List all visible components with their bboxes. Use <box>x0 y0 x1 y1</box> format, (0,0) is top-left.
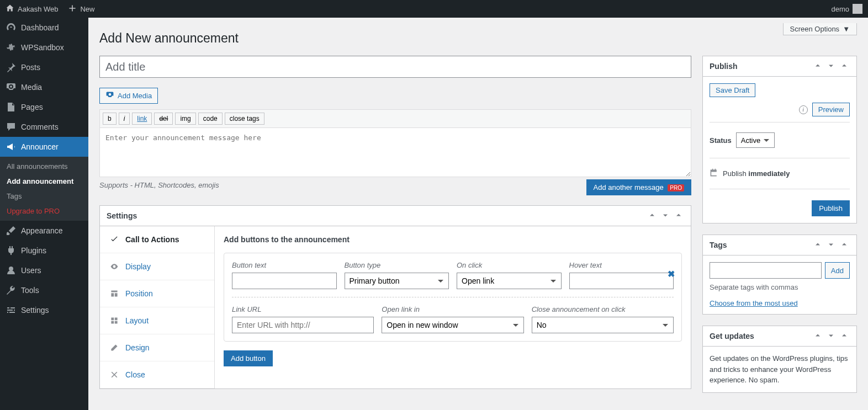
calendar-icon <box>710 168 718 179</box>
move-down-icon[interactable] <box>660 210 671 222</box>
tab-cta[interactable]: Call to Actions <box>100 226 214 253</box>
page-icon <box>6 102 17 113</box>
menu-posts[interactable]: Posts <box>0 57 88 77</box>
add-media-button[interactable]: Add Media <box>99 88 158 104</box>
move-down-icon[interactable] <box>825 330 837 343</box>
admin-sidebar: Dashboard WPSandbox Posts Media Pages Co… <box>0 18 88 410</box>
page-title: Add New announcement <box>99 31 857 46</box>
toggle-icon[interactable] <box>839 60 850 73</box>
hover-text-input[interactable] <box>569 273 674 289</box>
hover-text-label: Hover text <box>569 261 674 269</box>
site-name: Aakash Web <box>18 5 58 13</box>
editor-textarea[interactable] <box>99 127 691 177</box>
plus-icon <box>68 4 77 14</box>
toggle-icon[interactable] <box>839 239 850 252</box>
menu-announcer[interactable]: Announcer <box>0 137 88 157</box>
settings-tabs: Call to Actions Display Position <box>100 226 215 388</box>
menu-wpsandbox[interactable]: WPSandbox <box>0 38 88 57</box>
toggle-icon[interactable] <box>839 330 850 343</box>
menu-tools[interactable]: Tools <box>0 280 88 300</box>
publish-button[interactable]: Publish <box>812 200 850 216</box>
main-content: Screen Options ▼ Add New announcement Ad… <box>88 18 868 410</box>
link-url-input[interactable] <box>232 317 374 333</box>
tab-display[interactable]: Display <box>100 253 214 280</box>
add-button-button[interactable]: Add button <box>224 350 273 366</box>
button-text-input[interactable] <box>232 273 337 289</box>
ed-img[interactable]: img <box>175 113 195 125</box>
updates-postbox: Get updates Get updates on the WordPress… <box>702 326 857 393</box>
title-input[interactable] <box>99 56 691 78</box>
menu-media[interactable]: Media <box>0 77 88 97</box>
menu-appearance[interactable]: Appearance <box>0 221 88 241</box>
open-in-label: Open link in <box>382 305 523 313</box>
remove-button-icon[interactable]: ✖ <box>668 269 675 279</box>
move-up-icon[interactable] <box>812 60 823 73</box>
settings-title: Settings <box>107 206 137 226</box>
gear-icon <box>6 42 17 53</box>
menu-settings[interactable]: Settings <box>0 300 88 320</box>
megaphone-icon <box>6 141 17 152</box>
move-up-icon[interactable] <box>812 330 823 343</box>
status-label: Status <box>710 136 732 145</box>
eye-icon <box>110 262 119 271</box>
pin-icon <box>6 62 17 73</box>
ed-link[interactable]: link <box>132 113 152 125</box>
updates-title: Get updates <box>710 326 754 346</box>
ed-code[interactable]: code <box>198 113 223 125</box>
submenu-upgrade[interactable]: Upgrade to PRO <box>0 204 88 219</box>
submenu-add[interactable]: Add announcement <box>0 174 88 189</box>
button-config-block: ✖ Button text Button type Primary button <box>224 253 682 342</box>
menu-plugins[interactable]: Plugins <box>0 241 88 260</box>
tab-layout[interactable]: Layout <box>100 307 214 334</box>
open-in-select[interactable]: Open in new window <box>382 317 523 333</box>
button-type-label: Button type <box>345 261 449 269</box>
status-select[interactable]: Active <box>736 132 775 148</box>
button-type-select[interactable]: Primary button <box>345 273 449 289</box>
brush-icon <box>6 225 17 236</box>
info-icon[interactable]: i <box>799 105 808 114</box>
ed-del[interactable]: del <box>154 113 173 125</box>
tab-position[interactable]: Position <box>100 280 214 307</box>
move-down-icon[interactable] <box>825 239 837 252</box>
user-menu[interactable]: demo <box>831 4 862 14</box>
ed-bold[interactable]: b <box>103 113 117 125</box>
home-icon <box>6 4 14 14</box>
site-link[interactable]: Aakash Web <box>6 4 58 14</box>
close-on-click-label: Close announcement on click <box>532 305 674 313</box>
submenu-all[interactable]: All announcements <box>0 159 88 174</box>
add-tag-button[interactable]: Add <box>825 262 850 279</box>
move-up-icon[interactable] <box>812 239 823 252</box>
screen-options-toggle[interactable]: Screen Options ▼ <box>783 23 857 35</box>
choose-tags-link[interactable]: Choose from the most used <box>710 299 798 307</box>
button-text-label: Button text <box>232 261 337 269</box>
link-url-label: Link URL <box>232 305 374 313</box>
user-name: demo <box>831 5 849 13</box>
media-add-icon <box>105 90 114 101</box>
menu-comments[interactable]: Comments <box>0 117 88 137</box>
settings-content-title: Add buttons to the announcement <box>224 235 682 244</box>
ed-italic[interactable]: i <box>119 113 130 125</box>
tab-design[interactable]: Design <box>100 334 214 361</box>
close-on-click-select[interactable]: No <box>532 317 674 333</box>
plug-icon <box>6 245 17 256</box>
tags-hint: Separate tags with commas <box>710 283 850 291</box>
updates-text: Get updates on the WordPress plugins, ti… <box>710 353 850 386</box>
tags-input[interactable] <box>710 262 822 279</box>
save-draft-button[interactable]: Save Draft <box>710 83 755 97</box>
add-another-message-button[interactable]: Add another message PRO <box>586 179 692 195</box>
preview-button[interactable]: Preview <box>812 103 850 116</box>
menu-users[interactable]: Users <box>0 260 88 280</box>
tab-close[interactable]: Close <box>100 361 214 388</box>
submenu-tags[interactable]: Tags <box>0 189 88 204</box>
menu-dashboard[interactable]: Dashboard <box>0 18 88 38</box>
menu-pages[interactable]: Pages <box>0 97 88 117</box>
new-link[interactable]: New <box>68 4 94 14</box>
move-up-icon[interactable] <box>647 210 658 222</box>
new-label: New <box>80 5 94 13</box>
publish-title: Publish <box>710 56 738 76</box>
ed-close-tags[interactable]: close tags <box>225 113 264 125</box>
move-down-icon[interactable] <box>825 60 837 73</box>
toggle-icon[interactable] <box>673 210 684 222</box>
avatar <box>853 4 862 14</box>
on-click-select[interactable]: Open link <box>457 273 562 289</box>
